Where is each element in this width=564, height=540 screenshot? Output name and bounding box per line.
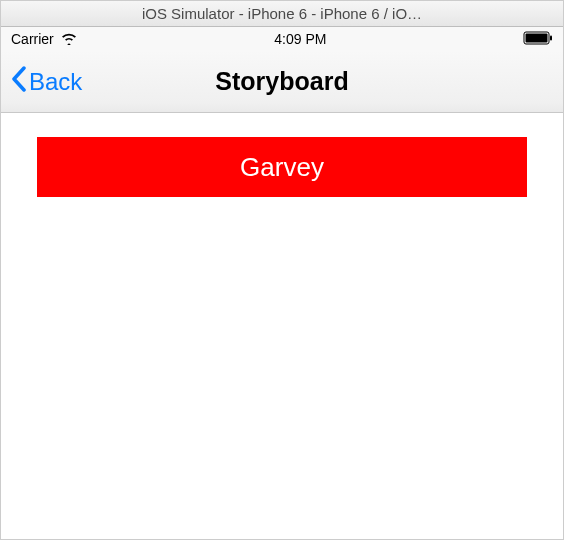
status-bar-time: 4:09 PM (274, 31, 326, 47)
back-button-label: Back (29, 68, 82, 96)
navigation-bar: Back Storyboard (1, 51, 563, 113)
svg-rect-1 (525, 33, 547, 42)
simulator-window-title: iOS Simulator - iPhone 6 - iPhone 6 / iO… (142, 5, 422, 22)
content-view: Garvey (1, 113, 563, 540)
wifi-icon (60, 31, 78, 48)
carrier-label: Carrier (11, 31, 54, 47)
ios-status-bar: Carrier 4:09 PM (1, 27, 563, 51)
garvey-label-text: Garvey (240, 152, 324, 183)
status-bar-right (523, 31, 553, 48)
navigation-title: Storyboard (215, 67, 348, 96)
svg-rect-2 (550, 35, 552, 40)
garvey-label: Garvey (37, 137, 527, 197)
battery-icon (523, 31, 553, 48)
chevron-back-icon (11, 66, 27, 98)
simulator-window-titlebar: iOS Simulator - iPhone 6 - iPhone 6 / iO… (1, 1, 563, 27)
status-bar-left: Carrier (11, 31, 78, 48)
back-button[interactable]: Back (1, 66, 82, 98)
